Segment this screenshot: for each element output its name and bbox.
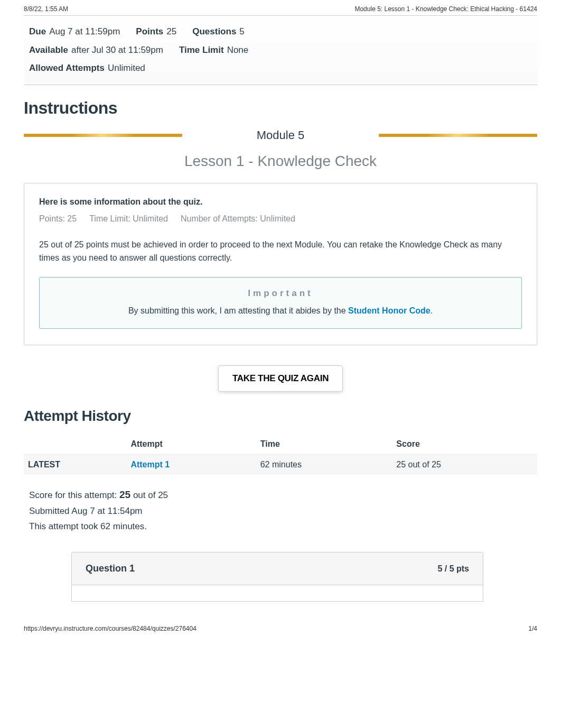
question-label: Question 1 (86, 563, 135, 574)
value: Aug 7 at 11:59pm (49, 24, 120, 40)
table-row: LATEST Attempt 1 62 minutes 25 out of 25 (24, 455, 537, 475)
meta-points: Points: 25 (39, 214, 77, 224)
question-box: Question 1 5 / 5 pts (71, 552, 483, 602)
value: 5 (239, 24, 244, 40)
quiz-summary-bar: DueAug 7 at 11:59pm Points25 Questions5 … (24, 15, 537, 85)
submitted-line: Submitted Aug 7 at 11:54pm (29, 504, 532, 519)
quiz-info-card: Here is some information about the quiz.… (24, 183, 537, 346)
module-title-row: Module 5 (24, 128, 537, 142)
important-suffix: . (431, 306, 433, 315)
module-title: Module 5 (257, 128, 305, 142)
attempt-history-heading: Attempt History (24, 408, 537, 425)
footer-url: https://devryu.instructure.com/courses/8… (24, 625, 197, 632)
label: Available (29, 42, 68, 59)
meta-timelimit: Time Limit: Unlimited (89, 214, 168, 224)
label: Questions (192, 24, 236, 40)
value: 25 (166, 24, 176, 40)
important-box: Important By submitting this work, I am … (39, 277, 522, 329)
summary-due: DueAug 7 at 11:59pm (29, 24, 120, 40)
print-header: 8/8/22, 1:55 AM Module 5: Lesson 1 - Kno… (0, 0, 561, 15)
table-header-row: Attempt Time Score (24, 434, 537, 455)
col-time: Time (256, 434, 392, 455)
score-rest: out of 25 (130, 490, 168, 500)
duration-line: This attempt took 62 minutes. (29, 519, 532, 535)
important-text: By submitting this work, I am attesting … (53, 306, 508, 316)
row-score: 25 out of 25 (392, 455, 537, 475)
col-attempt: Attempt (126, 434, 256, 455)
important-title: Important (53, 288, 508, 299)
value: Unlimited (108, 60, 145, 77)
score-prefix: Score for this attempt: (29, 490, 119, 500)
row-latest-tag: LATEST (24, 455, 126, 475)
info-heading: Here is some information about the quiz. (39, 197, 522, 207)
attempt-link[interactable]: Attempt 1 (130, 460, 170, 469)
question-header: Question 1 5 / 5 pts (72, 552, 483, 585)
label: Points (136, 24, 163, 40)
value: after Jul 30 at 11:59pm (71, 42, 163, 59)
meta-attempts: Number of Attempts: Unlimited (181, 214, 295, 224)
important-prefix: By submitting this work, I am attesting … (128, 306, 348, 315)
summary-questions: Questions5 (192, 24, 245, 40)
info-meta: Points: 25 Time Limit: Unlimited Number … (39, 214, 522, 224)
take-quiz-again-button[interactable]: TAKE THE QUIZ AGAIN (218, 365, 343, 392)
attempt-history-table: Attempt Time Score LATEST Attempt 1 62 m… (24, 434, 537, 475)
footer-page: 1/4 (528, 625, 537, 632)
print-datetime: 8/8/22, 1:55 AM (24, 5, 68, 13)
instructions-heading: Instructions (24, 98, 537, 118)
label: Allowed Attempts (29, 60, 105, 77)
col-score: Score (392, 434, 537, 455)
summary-timelimit: Time LimitNone (179, 42, 248, 59)
question-body (72, 585, 483, 601)
summary-allowed-attempts: Allowed AttemptsUnlimited (29, 60, 145, 77)
question-points: 5 / 5 pts (437, 564, 469, 574)
info-description: 25 out of 25 points must be achieved in … (39, 238, 522, 265)
score-block: Score for this attempt: 25 out of 25 Sub… (24, 475, 537, 543)
score-big: 25 (119, 489, 130, 500)
print-title: Module 5: Lesson 1 - Knowledge Check: Et… (354, 5, 537, 13)
score-line: Score for this attempt: 25 out of 25 (29, 486, 532, 503)
label: Due (29, 24, 46, 40)
summary-points: Points25 (136, 24, 176, 40)
accent-strip-left (24, 134, 182, 137)
print-footer: https://devryu.instructure.com/courses/8… (0, 612, 561, 638)
lesson-title: Lesson 1 - Knowledge Check (24, 153, 537, 170)
row-time: 62 minutes (256, 455, 392, 475)
accent-strip-right (379, 134, 537, 137)
summary-available: Availableafter Jul 30 at 11:59pm (29, 42, 163, 59)
value: None (227, 42, 249, 59)
label: Time Limit (179, 42, 224, 59)
honor-code-link[interactable]: Student Honor Code (348, 306, 431, 315)
